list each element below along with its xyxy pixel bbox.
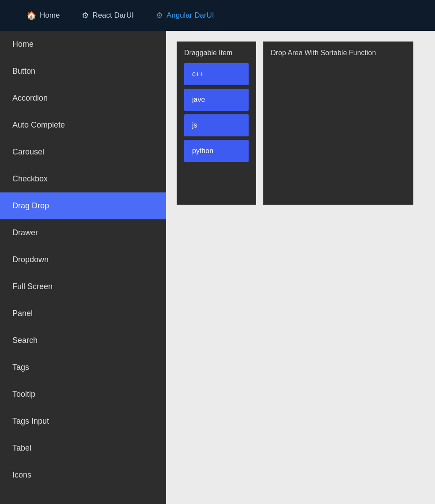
sidebar-item-fullscreen[interactable]: Full Screen — [0, 273, 166, 300]
nav-home[interactable]: 🏠 Home — [26, 11, 60, 20]
nav-react[interactable]: ⚙ React DarUI — [82, 11, 134, 20]
sidebar-item-search[interactable]: Search — [0, 327, 166, 354]
drag-item-cpp[interactable]: c++ — [184, 63, 249, 85]
sidebar-item-dragdrop[interactable]: Drag Drop — [0, 192, 166, 219]
sidebar-item-tooltip[interactable]: Tooltip — [0, 381, 166, 408]
draggable-title: Draggable Item — [184, 49, 249, 57]
sidebar-item-panel[interactable]: Panel — [0, 300, 166, 327]
sidebar-item-checkbox[interactable]: Checkbox — [0, 165, 166, 192]
drag-item-js[interactable]: js — [184, 114, 249, 136]
main-content: Draggable Item c++ jave js python Drop A… — [166, 31, 435, 504]
sidebar-item-icons[interactable]: Icons — [0, 462, 166, 489]
sidebar-item-home[interactable]: Home — [0, 31, 166, 58]
drag-drop-container: Draggable Item c++ jave js python Drop A… — [177, 41, 424, 205]
layout: Home Button Accordion Auto Complete Caro… — [0, 31, 435, 504]
sidebar-item-tabel[interactable]: Tabel — [0, 435, 166, 462]
nav-react-label: React DarUI — [92, 11, 134, 20]
top-nav: 🏠 Home ⚙ React DarUI ⚙ Angular DarUI — [0, 0, 435, 31]
sidebar-item-autocomplete[interactable]: Auto Complete — [0, 112, 166, 139]
sidebar-item-tagsinput[interactable]: Tags Input — [0, 408, 166, 435]
nav-angular[interactable]: ⚙ Angular DarUI — [156, 11, 214, 20]
home-icon: 🏠 — [26, 11, 36, 20]
drop-box[interactable]: Drop Area With Sortable Function — [263, 41, 413, 205]
sidebar-item-accordion[interactable]: Accordion — [0, 85, 166, 112]
react-icon: ⚙ — [82, 11, 89, 20]
sidebar-item-dropdown[interactable]: Dropdown — [0, 246, 166, 273]
sidebar-item-drawer[interactable]: Drawer — [0, 219, 166, 246]
sidebar-item-carousel[interactable]: Carousel — [0, 139, 166, 165]
drag-item-python[interactable]: python — [184, 140, 249, 162]
drag-item-jave[interactable]: jave — [184, 89, 249, 111]
nav-angular-label: Angular DarUI — [166, 11, 214, 20]
drop-title: Drop Area With Sortable Function — [271, 49, 406, 57]
sidebar: Home Button Accordion Auto Complete Caro… — [0, 31, 166, 504]
draggable-box: Draggable Item c++ jave js python — [177, 41, 256, 205]
nav-home-label: Home — [40, 11, 60, 20]
sidebar-item-button[interactable]: Button — [0, 58, 166, 85]
angular-icon: ⚙ — [156, 11, 163, 20]
sidebar-item-tags[interactable]: Tags — [0, 354, 166, 381]
